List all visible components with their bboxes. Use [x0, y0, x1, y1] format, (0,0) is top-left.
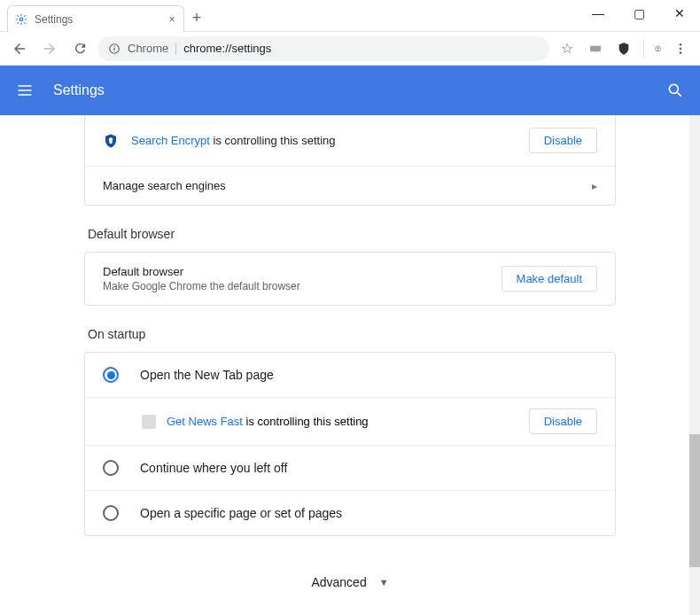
extension-icon-1[interactable]: [587, 40, 604, 58]
default-browser-row: Default browser Make Google Chrome the d…: [85, 253, 615, 305]
startup-specific-option[interactable]: Open a specific page or set of pages: [85, 490, 615, 535]
default-browser-section-title: Default browser: [88, 227, 616, 241]
hamburger-menu-icon[interactable]: [16, 82, 34, 99]
omnibox-separator: [175, 43, 176, 55]
advanced-label: Advanced: [311, 575, 366, 589]
svg-point-8: [680, 47, 682, 50]
disable-search-extension-button[interactable]: Disable: [529, 128, 597, 153]
scrollbar-thumb[interactable]: [689, 434, 700, 567]
settings-scroll-area[interactable]: Search Encrypt is controlling this setti…: [0, 115, 700, 615]
scrollbar-track[interactable]: [689, 115, 700, 615]
svg-point-7: [680, 43, 682, 46]
search-engine-card: Search Encrypt is controlling this setti…: [84, 115, 616, 206]
gear-icon: [15, 13, 27, 26]
svg-rect-12: [110, 141, 113, 144]
startup-specific-label: Open a specific page or set of pages: [140, 506, 342, 520]
back-button[interactable]: [7, 36, 32, 61]
svg-point-9: [680, 51, 682, 54]
svg-point-0: [19, 18, 23, 21]
tab-title: Settings: [35, 13, 160, 26]
window-minimize-button[interactable]: —: [578, 0, 618, 27]
svg-rect-2: [113, 47, 114, 51]
arrow-right-icon: [42, 41, 58, 57]
new-tab-button[interactable]: +: [184, 5, 209, 30]
svg-rect-3: [113, 45, 114, 46]
default-browser-row-title: Default browser: [103, 265, 489, 278]
search-icon[interactable]: [666, 82, 684, 99]
radio-selected-icon: [103, 367, 119, 383]
omnibox-url: chrome://settings: [183, 42, 271, 55]
svg-point-6: [657, 47, 659, 49]
bookmark-star-button[interactable]: ☆: [558, 40, 576, 58]
default-browser-card: Default browser Make Google Chrome the d…: [84, 252, 616, 306]
startup-card: Open the New Tab page Get News Fast is c…: [84, 352, 616, 536]
make-default-button[interactable]: Make default: [502, 266, 597, 292]
search-encrypt-link[interactable]: Search Encrypt: [131, 134, 210, 147]
radio-icon: [103, 460, 119, 476]
omnibox-scheme-label: Chrome: [128, 42, 168, 55]
svg-rect-4: [590, 45, 601, 51]
info-icon: [108, 43, 121, 55]
disable-startup-extension-button[interactable]: Disable: [529, 409, 597, 434]
startup-newtab-option[interactable]: Open the New Tab page: [85, 353, 615, 397]
close-tab-icon[interactable]: ×: [167, 15, 176, 24]
reload-button[interactable]: [67, 36, 92, 61]
settings-header-bar: Settings: [0, 66, 700, 115]
window-close-button[interactable]: ✕: [659, 0, 700, 27]
arrow-left-icon: [12, 41, 27, 57]
extension-shield-icon[interactable]: [615, 40, 633, 58]
radio-icon: [103, 505, 119, 521]
chevron-right-icon: ▸: [592, 180, 597, 192]
shield-icon: [103, 133, 119, 149]
window-maximize-button[interactable]: ▢: [618, 0, 659, 27]
startup-continue-option[interactable]: Continue where you left off: [85, 445, 615, 490]
chevron-down-icon: ▼: [379, 577, 389, 588]
startup-controlled-row: Get News Fast is controlling this settin…: [85, 397, 615, 445]
forward-button[interactable]: [37, 36, 62, 61]
browser-tab-settings[interactable]: Settings ×: [7, 5, 184, 32]
address-bar-row: Chrome chrome://settings ☆: [0, 32, 700, 66]
manage-search-engines-row[interactable]: Manage search engines ▸: [85, 166, 615, 205]
news-extension-icon: [142, 415, 156, 429]
startup-section-title: On startup: [88, 327, 616, 341]
omnibox[interactable]: Chrome chrome://settings: [97, 36, 549, 61]
settings-title: Settings: [53, 82, 647, 98]
get-news-fast-link[interactable]: Get News Fast: [167, 415, 243, 428]
startup-continue-label: Continue where you left off: [140, 461, 287, 475]
advanced-toggle[interactable]: Advanced ▼: [84, 557, 616, 615]
startup-newtab-label: Open the New Tab page: [140, 368, 274, 382]
search-engine-controlled-text: Search Encrypt is controlling this setti…: [131, 134, 517, 147]
svg-point-10: [669, 84, 678, 93]
menu-kebab-button[interactable]: [672, 40, 689, 58]
reload-icon: [73, 41, 88, 56]
default-browser-row-sub: Make Google Chrome the default browser: [103, 280, 489, 292]
window-titlebar: Settings × + — ▢ ✕: [0, 0, 700, 32]
search-engine-controlled-row: Search Encrypt is controlling this setti…: [85, 115, 615, 166]
profile-avatar-button[interactable]: [643, 40, 661, 58]
manage-search-engines-label: Manage search engines: [103, 179, 579, 192]
